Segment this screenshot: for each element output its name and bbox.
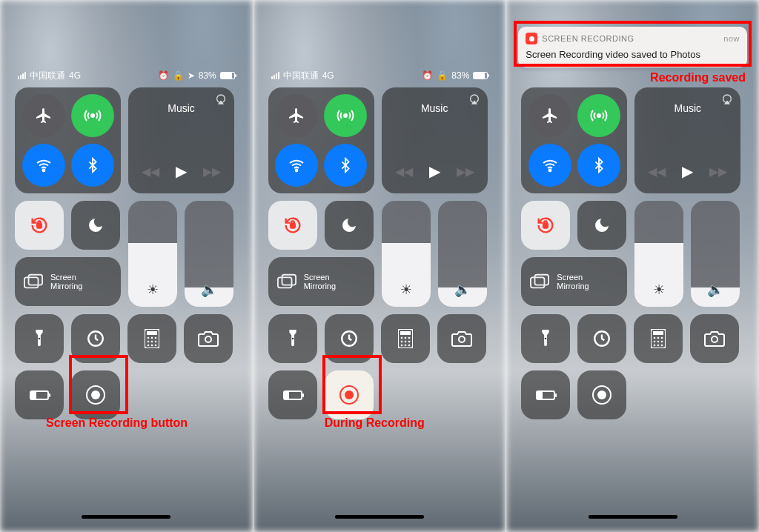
- airplane-mode-toggle[interactable]: [275, 94, 318, 137]
- connectivity-module[interactable]: [521, 87, 627, 193]
- music-title: Music: [634, 102, 740, 114]
- calculator-button[interactable]: [127, 314, 176, 363]
- music-module[interactable]: Music ◀◀▶▶▶: [382, 87, 488, 193]
- screen-mirroring-button[interactable]: ScreenMirroring: [268, 257, 374, 306]
- airplane-mode-toggle[interactable]: [22, 94, 65, 137]
- connectivity-module[interactable]: [15, 87, 121, 193]
- timer-icon: [86, 329, 105, 348]
- network-label: 4G: [322, 70, 334, 81]
- sun-icon: ☀: [634, 282, 683, 298]
- svg-point-39: [459, 336, 465, 342]
- bluetooth-icon: [337, 157, 354, 173]
- three-panel-figure: 中国联通 4G 83%: [0, 0, 759, 532]
- screen-recording-button[interactable]: [577, 370, 626, 419]
- low-power-button[interactable]: [15, 370, 64, 419]
- low-power-button[interactable]: [268, 370, 317, 419]
- next-track-button[interactable]: ▶▶: [709, 164, 727, 179]
- svg-point-15: [155, 341, 157, 343]
- alarm-icon: [422, 70, 433, 81]
- svg-point-59: [712, 336, 717, 342]
- calculator-icon: [398, 329, 413, 348]
- timer-button[interactable]: [71, 314, 120, 363]
- play-button[interactable]: ▶: [682, 162, 693, 180]
- screen-recording-button-active[interactable]: [325, 370, 374, 419]
- svg-point-40: [597, 114, 600, 117]
- wifi-icon: [35, 156, 53, 174]
- bluetooth-icon: [84, 157, 101, 173]
- notification-banner[interactable]: SCREEN RECORDING now Screen Recording vi…: [518, 27, 747, 67]
- connectivity-module[interactable]: [268, 87, 374, 193]
- svg-point-6: [39, 338, 40, 339]
- wifi-toggle[interactable]: [528, 144, 571, 187]
- cellular-antenna-icon: [337, 107, 354, 124]
- music-module[interactable]: Music ◀◀▶▶▶: [634, 87, 740, 193]
- prev-track-button[interactable]: ◀◀: [142, 164, 159, 179]
- brightness-slider[interactable]: ☀: [382, 201, 431, 307]
- flashlight-button[interactable]: [521, 314, 570, 363]
- cellular-data-toggle[interactable]: [71, 94, 114, 137]
- screen-mirroring-icon: [277, 273, 296, 290]
- low-power-button[interactable]: [521, 370, 570, 419]
- orientation-lock-button[interactable]: [15, 201, 64, 250]
- volume-slider[interactable]: 🔈: [185, 201, 233, 307]
- camera-button[interactable]: [437, 314, 486, 363]
- network-label: 4G: [69, 70, 81, 81]
- do-not-disturb-button[interactable]: [577, 201, 626, 250]
- orientation-lock-icon: [282, 215, 303, 236]
- orientation-lock-button[interactable]: [521, 201, 570, 250]
- calculator-button[interactable]: [634, 314, 683, 363]
- svg-point-56: [654, 345, 656, 347]
- callout-text-3: Recording saved: [650, 71, 746, 84]
- panel-recording-saved: SCREEN RECORDING now Screen Recording vi…: [506, 0, 759, 532]
- do-not-disturb-button[interactable]: [325, 201, 374, 250]
- music-module[interactable]: Music ◀◀ ▶ ▶▶: [128, 87, 234, 193]
- moon-icon: [87, 216, 105, 234]
- volume-slider[interactable]: 🔈: [691, 201, 740, 307]
- next-track-button[interactable]: ▶▶: [203, 164, 221, 179]
- svg-point-17: [151, 345, 153, 347]
- prev-track-button[interactable]: ◀◀: [648, 164, 666, 179]
- flashlight-icon: [285, 329, 300, 348]
- airplane-mode-toggle[interactable]: [528, 94, 571, 137]
- orientation-lock-status-icon: [437, 70, 448, 81]
- cellular-data-toggle[interactable]: [324, 94, 367, 137]
- timer-button[interactable]: [577, 314, 626, 363]
- screen-mirroring-button[interactable]: ScreenMirroring: [521, 257, 627, 306]
- battery-icon: [473, 72, 488, 79]
- music-title: Music: [382, 102, 488, 114]
- flashlight-button[interactable]: [15, 314, 64, 363]
- bluetooth-toggle[interactable]: [577, 144, 620, 187]
- screen-recording-button[interactable]: [71, 370, 120, 419]
- camera-button[interactable]: [690, 314, 739, 363]
- bluetooth-toggle[interactable]: [324, 144, 367, 187]
- play-button[interactable]: ▶: [176, 162, 187, 180]
- do-not-disturb-button[interactable]: [71, 201, 120, 250]
- play-button[interactable]: ▶: [429, 162, 440, 180]
- prev-track-button[interactable]: ◀◀: [395, 164, 413, 179]
- home-indicator[interactable]: [335, 515, 424, 519]
- volume-slider[interactable]: 🔈: [438, 201, 487, 307]
- wifi-toggle[interactable]: [22, 144, 65, 187]
- home-indicator[interactable]: [589, 515, 677, 519]
- calculator-button[interactable]: [381, 314, 430, 363]
- signal-bars-icon: [18, 72, 26, 79]
- bluetooth-toggle[interactable]: [71, 144, 114, 187]
- svg-rect-29: [400, 331, 411, 335]
- svg-point-36: [400, 345, 402, 347]
- timer-button[interactable]: [325, 314, 374, 363]
- svg-point-0: [91, 114, 94, 117]
- brightness-slider[interactable]: ☀: [634, 201, 683, 307]
- status-bar: 中国联通 4G 83%: [0, 70, 253, 82]
- flashlight-icon: [538, 329, 553, 348]
- brightness-slider[interactable]: ☀: [128, 201, 177, 307]
- next-track-button[interactable]: ▶▶: [457, 164, 474, 179]
- svg-rect-3: [37, 224, 42, 228]
- flashlight-button[interactable]: [268, 314, 317, 363]
- screen-mirroring-button[interactable]: Screen Mirroring: [15, 257, 121, 306]
- orientation-lock-button[interactable]: [268, 201, 317, 250]
- cellular-data-toggle[interactable]: [577, 94, 620, 137]
- wifi-toggle[interactable]: [275, 144, 318, 187]
- svg-point-52: [661, 337, 663, 339]
- camera-button[interactable]: [184, 314, 233, 363]
- home-indicator[interactable]: [82, 515, 170, 519]
